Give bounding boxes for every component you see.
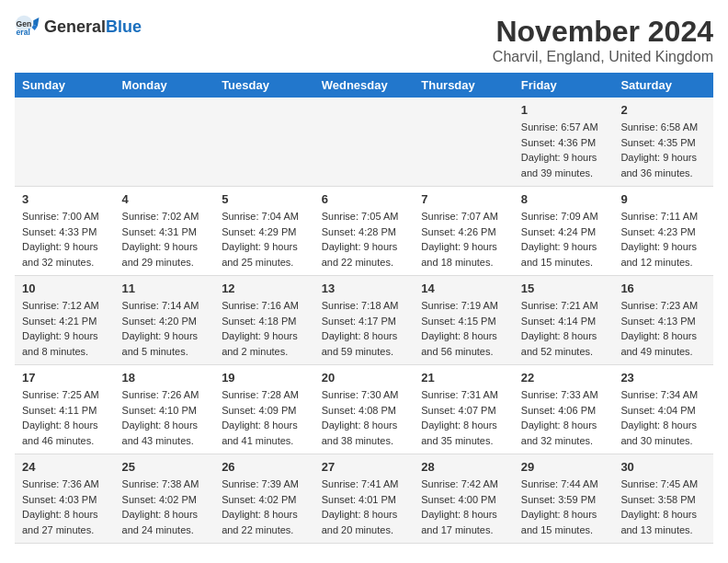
calendar-cell: 2Sunrise: 6:58 AM Sunset: 4:35 PM Daylig… (613, 98, 713, 187)
day-info: Sunrise: 7:04 AM Sunset: 4:29 PM Dayligh… (222, 209, 307, 270)
calendar-cell: 23Sunrise: 7:34 AM Sunset: 4:04 PM Dayli… (613, 365, 713, 454)
col-wednesday: Wednesday (314, 73, 415, 98)
svg-marker-3 (33, 17, 39, 26)
calendar-cell: 24Sunrise: 7:36 AM Sunset: 4:03 PM Dayli… (15, 454, 115, 544)
day-number: 4 (122, 192, 208, 206)
calendar-week-4: 17Sunrise: 7:25 AM Sunset: 4:11 PM Dayli… (15, 365, 713, 454)
calendar-header: Sunday Monday Tuesday Wednesday Thursday… (15, 73, 713, 98)
day-number: 30 (620, 460, 706, 474)
day-info: Sunrise: 7:12 AM Sunset: 4:21 PM Dayligh… (22, 298, 108, 359)
calendar-cell (414, 98, 514, 187)
day-info: Sunrise: 7:18 AM Sunset: 4:17 PM Dayligh… (322, 298, 407, 359)
calendar-cell: 11Sunrise: 7:14 AM Sunset: 4:20 PM Dayli… (115, 276, 215, 365)
col-saturday: Saturday (613, 73, 713, 98)
calendar-cell (214, 98, 314, 187)
col-friday: Friday (514, 73, 614, 98)
calendar-cell: 21Sunrise: 7:31 AM Sunset: 4:07 PM Dayli… (414, 365, 514, 454)
day-number: 23 (620, 371, 706, 385)
calendar-cell: 27Sunrise: 7:41 AM Sunset: 4:01 PM Dayli… (314, 454, 415, 544)
day-info: Sunrise: 7:39 AM Sunset: 4:02 PM Dayligh… (222, 477, 307, 537)
day-info: Sunrise: 7:42 AM Sunset: 4:00 PM Dayligh… (421, 477, 506, 537)
day-info: Sunrise: 7:14 AM Sunset: 4:20 PM Dayligh… (122, 298, 208, 359)
calendar-cell: 26Sunrise: 7:39 AM Sunset: 4:02 PM Dayli… (214, 454, 314, 544)
day-number: 20 (322, 371, 407, 385)
day-number: 19 (222, 371, 307, 385)
calendar-cell: 20Sunrise: 7:30 AM Sunset: 4:08 PM Dayli… (314, 365, 415, 454)
day-number: 16 (620, 282, 706, 295)
day-number: 15 (521, 282, 607, 295)
day-number: 5 (222, 192, 307, 206)
day-info: Sunrise: 7:23 AM Sunset: 4:13 PM Dayligh… (620, 298, 706, 359)
calendar-cell (115, 98, 215, 187)
calendar-cell: 5Sunrise: 7:04 AM Sunset: 4:29 PM Daylig… (214, 187, 314, 276)
logo-blue-text: Blue (106, 17, 142, 36)
day-info: Sunrise: 7:28 AM Sunset: 4:09 PM Dayligh… (222, 387, 307, 448)
day-number: 28 (421, 460, 506, 474)
day-number: 12 (222, 282, 307, 295)
header-row: Sunday Monday Tuesday Wednesday Thursday… (15, 73, 713, 98)
day-number: 9 (620, 192, 706, 206)
day-number: 18 (122, 371, 208, 385)
day-info: Sunrise: 7:36 AM Sunset: 4:03 PM Dayligh… (22, 477, 108, 537)
day-number: 11 (122, 282, 208, 295)
calendar-cell: 18Sunrise: 7:26 AM Sunset: 4:10 PM Dayli… (115, 365, 215, 454)
day-info: Sunrise: 7:09 AM Sunset: 4:24 PM Dayligh… (521, 209, 607, 270)
day-info: Sunrise: 7:26 AM Sunset: 4:10 PM Dayligh… (122, 387, 208, 448)
day-info: Sunrise: 7:11 AM Sunset: 4:23 PM Dayligh… (620, 209, 706, 270)
day-info: Sunrise: 7:05 AM Sunset: 4:28 PM Dayligh… (322, 209, 407, 270)
day-info: Sunrise: 7:33 AM Sunset: 4:06 PM Dayligh… (521, 387, 607, 448)
day-number: 24 (22, 460, 108, 474)
day-info: Sunrise: 7:19 AM Sunset: 4:15 PM Dayligh… (421, 298, 506, 359)
location-subtitle: Charvil, England, United Kingdom (493, 49, 713, 65)
day-info: Sunrise: 7:00 AM Sunset: 4:33 PM Dayligh… (22, 209, 108, 270)
day-info: Sunrise: 7:25 AM Sunset: 4:11 PM Dayligh… (22, 387, 108, 448)
calendar-week-3: 10Sunrise: 7:12 AM Sunset: 4:21 PM Dayli… (15, 276, 713, 365)
calendar-cell: 4Sunrise: 7:02 AM Sunset: 4:31 PM Daylig… (115, 187, 215, 276)
calendar-cell: 17Sunrise: 7:25 AM Sunset: 4:11 PM Dayli… (15, 365, 115, 454)
day-number: 21 (421, 371, 506, 385)
calendar-cell (314, 98, 415, 187)
calendar-cell: 1Sunrise: 6:57 AM Sunset: 4:36 PM Daylig… (514, 98, 614, 187)
calendar-cell: 3Sunrise: 7:00 AM Sunset: 4:33 PM Daylig… (15, 187, 115, 276)
logo-icon: Gen eral (15, 15, 40, 40)
month-title: November 2024 (493, 15, 713, 49)
day-number: 26 (222, 460, 307, 474)
calendar-cell: 22Sunrise: 7:33 AM Sunset: 4:06 PM Dayli… (514, 365, 614, 454)
day-info: Sunrise: 7:31 AM Sunset: 4:07 PM Dayligh… (421, 387, 506, 448)
day-number: 27 (322, 460, 407, 474)
day-info: Sunrise: 7:34 AM Sunset: 4:04 PM Dayligh… (620, 387, 706, 448)
calendar-week-1: 1Sunrise: 6:57 AM Sunset: 4:36 PM Daylig… (15, 98, 713, 187)
calendar-cell: 25Sunrise: 7:38 AM Sunset: 4:02 PM Dayli… (115, 454, 215, 544)
day-info: Sunrise: 7:30 AM Sunset: 4:08 PM Dayligh… (322, 387, 407, 448)
svg-text:eral: eral (17, 28, 30, 37)
calendar-cell: 12Sunrise: 7:16 AM Sunset: 4:18 PM Dayli… (214, 276, 314, 365)
header: Gen eral GeneralBlue November 2024 Charv… (15, 15, 713, 65)
calendar-cell: 8Sunrise: 7:09 AM Sunset: 4:24 PM Daylig… (514, 187, 614, 276)
day-number: 22 (521, 371, 607, 385)
col-thursday: Thursday (414, 73, 514, 98)
col-tuesday: Tuesday (214, 73, 314, 98)
day-number: 17 (22, 371, 108, 385)
calendar-body: 1Sunrise: 6:57 AM Sunset: 4:36 PM Daylig… (15, 98, 713, 544)
calendar-cell: 10Sunrise: 7:12 AM Sunset: 4:21 PM Dayli… (15, 276, 115, 365)
logo-general-text: General (44, 17, 106, 36)
calendar-cell: 13Sunrise: 7:18 AM Sunset: 4:17 PM Dayli… (314, 276, 415, 365)
col-sunday: Sunday (15, 73, 115, 98)
day-number: 7 (421, 192, 506, 206)
calendar-cell (15, 98, 115, 187)
day-info: Sunrise: 7:21 AM Sunset: 4:14 PM Dayligh… (521, 298, 607, 359)
day-info: Sunrise: 7:45 AM Sunset: 3:58 PM Dayligh… (620, 477, 706, 537)
calendar-cell: 29Sunrise: 7:44 AM Sunset: 3:59 PM Dayli… (514, 454, 614, 544)
day-number: 2 (620, 103, 706, 117)
logo: Gen eral GeneralBlue (15, 15, 142, 40)
day-number: 8 (521, 192, 607, 206)
day-info: Sunrise: 7:38 AM Sunset: 4:02 PM Dayligh… (122, 477, 208, 537)
title-area: November 2024 Charvil, England, United K… (493, 15, 713, 65)
calendar-week-2: 3Sunrise: 7:00 AM Sunset: 4:33 PM Daylig… (15, 187, 713, 276)
day-info: Sunrise: 6:58 AM Sunset: 4:35 PM Dayligh… (620, 120, 706, 180)
day-number: 13 (322, 282, 407, 295)
day-info: Sunrise: 7:07 AM Sunset: 4:26 PM Dayligh… (421, 209, 506, 270)
calendar-cell: 7Sunrise: 7:07 AM Sunset: 4:26 PM Daylig… (414, 187, 514, 276)
day-number: 25 (122, 460, 208, 474)
calendar-cell: 14Sunrise: 7:19 AM Sunset: 4:15 PM Dayli… (414, 276, 514, 365)
